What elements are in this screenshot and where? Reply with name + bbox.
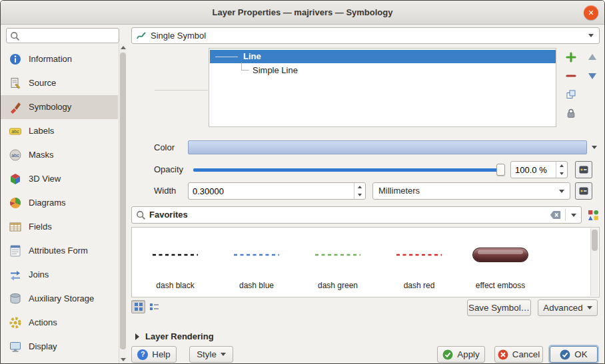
opacity-input[interactable]	[511, 162, 555, 178]
sidebar-scrollbar[interactable]	[119, 43, 127, 364]
data-defined-override-icon	[578, 186, 589, 196]
preset-dash-black[interactable]: dash black	[136, 229, 215, 295]
list-view-toggle[interactable]	[147, 300, 161, 313]
cancel-button[interactable]: Cancel	[494, 346, 543, 363]
joins-icon	[9, 268, 22, 281]
arrow-up-icon	[587, 52, 598, 63]
width-unit-combo[interactable]: Millimeters	[372, 182, 570, 200]
svg-text:abc: abc	[11, 153, 19, 158]
opacity-slider-handle[interactable]	[496, 164, 505, 176]
panel-divider	[155, 90, 208, 91]
symbol-type-combo[interactable]: Single Symbol	[131, 27, 600, 44]
cancel-icon	[498, 349, 508, 360]
add-symbol-layer-button[interactable]	[564, 50, 578, 65]
lock-icon	[566, 108, 576, 118]
sidebar-item-fields[interactable]: Fields	[1, 215, 118, 239]
spin-up-icon[interactable]	[556, 162, 567, 170]
close-icon: ✕	[588, 9, 594, 17]
preview-scrollbar[interactable]	[590, 228, 598, 296]
window-title: Layer Properties — majrivers — Symbology	[1, 1, 604, 25]
opacity-data-defined-button[interactable]	[575, 161, 592, 178]
advanced-button[interactable]: Advanced	[538, 299, 598, 316]
duplicate-symbol-layer-button[interactable]	[564, 87, 578, 102]
svg-text:abc: abc	[11, 129, 19, 134]
3d-view-icon	[9, 172, 22, 186]
dash-line-preview	[151, 252, 199, 258]
preview-scrollbar-thumb[interactable]	[592, 230, 598, 251]
sidebar-item-labels[interactable]: abc Labels	[1, 119, 118, 143]
sidebar-search-input[interactable]	[21, 29, 117, 43]
sidebar-item-joins[interactable]: Joins	[1, 263, 118, 287]
masks-icon: abc	[9, 148, 22, 162]
chevron-down-icon	[587, 306, 592, 309]
data-defined-override-icon	[578, 164, 589, 175]
apply-button[interactable]: Apply	[437, 346, 485, 363]
color-swatch[interactable]	[188, 140, 587, 154]
close-button[interactable]: ✕	[584, 5, 598, 20]
sidebar-item-3d-view[interactable]: 3D View	[1, 167, 118, 191]
sidebar-item-source[interactable]: Source	[1, 71, 118, 95]
dash-line-preview	[395, 252, 443, 258]
sidebar-item-masks[interactable]: abc Masks	[1, 143, 118, 167]
chevron-down-icon[interactable]	[571, 214, 576, 217]
ok-button[interactable]: OK	[550, 346, 598, 363]
clear-icon[interactable]	[550, 210, 561, 220]
sidebar-item-display[interactable]: Display	[1, 335, 118, 359]
collapse-arrow-icon[interactable]	[135, 333, 139, 340]
chevron-down-icon	[559, 190, 564, 193]
tree-branch	[215, 57, 238, 57]
tree-row-line[interactable]: Line	[210, 50, 556, 63]
sidebar-item-information[interactable]: Information	[1, 47, 118, 71]
color-dropdown-button[interactable]	[588, 140, 600, 154]
preset-effect-emboss[interactable]: effect emboss	[461, 229, 540, 295]
lock-color-button[interactable]	[564, 106, 578, 120]
help-icon: ?	[137, 349, 148, 360]
preset-dash-red[interactable]: dash red	[380, 229, 458, 295]
symbol-layer-tree: Line Simple Line	[209, 48, 556, 127]
save-symbol-button[interactable]: Save Symbol…	[467, 299, 531, 316]
list-view-icon	[150, 303, 159, 311]
opacity-slider-track[interactable]	[193, 168, 505, 172]
width-input[interactable]	[189, 183, 353, 199]
layer-properties-dialog: Layer Properties — majrivers — Symbology…	[0, 0, 605, 364]
move-up-button[interactable]	[585, 50, 600, 65]
sidebar-item-diagrams[interactable]: Diagrams	[1, 191, 118, 215]
help-button[interactable]: ? Help	[131, 346, 177, 363]
spin-down-icon[interactable]	[354, 191, 365, 199]
symbol-filter-bar[interactable]: Favorites	[131, 206, 582, 224]
color-label: Color	[154, 140, 175, 155]
sidebar-item-symbology[interactable]: Symbology	[1, 95, 118, 119]
width-unit-value: Millimeters	[378, 183, 420, 199]
style-manager-icon	[588, 210, 599, 221]
favorites-label: Favorites	[149, 207, 188, 223]
duplicate-icon	[566, 89, 576, 100]
title-bar: Layer Properties — majrivers — Symbology…	[1, 1, 604, 25]
layer-rendering-section[interactable]: Layer Rendering	[145, 331, 214, 341]
style-button[interactable]: Style	[189, 346, 233, 363]
opacity-spinbox	[510, 161, 568, 178]
move-down-button[interactable]	[585, 69, 600, 83]
sidebar-item-actions[interactable]: Actions	[1, 311, 118, 335]
preset-dash-green[interactable]: dash green	[299, 229, 377, 295]
sidebar-item-auxiliary-storage[interactable]: Auxiliary Storage	[1, 287, 118, 311]
sidebar-scrollbar-thumb[interactable]	[120, 53, 126, 349]
spin-down-icon[interactable]	[556, 170, 567, 178]
preset-dash-blue[interactable]: dash blue	[217, 229, 296, 295]
dash-line-preview	[233, 252, 281, 258]
sidebar-item-attributes-form[interactable]: Attributes Form	[1, 239, 118, 263]
tree-row-simple-line[interactable]: Simple Line	[210, 64, 556, 77]
scroll-down-icon[interactable]	[121, 358, 126, 361]
style-manager-button[interactable]	[585, 206, 601, 224]
spin-up-icon[interactable]	[354, 183, 365, 191]
dash-line-preview	[314, 252, 362, 258]
remove-symbol-layer-button[interactable]	[564, 69, 578, 83]
icon-view-toggle[interactable]	[131, 300, 145, 313]
attributes-form-icon	[9, 244, 22, 258]
emboss-line-preview	[472, 248, 528, 262]
ok-icon	[560, 349, 570, 360]
source-icon	[9, 77, 22, 90]
width-data-defined-button[interactable]	[575, 182, 592, 200]
opacity-slider[interactable]	[193, 162, 505, 178]
actions-icon	[9, 316, 22, 329]
scroll-up-icon[interactable]	[121, 46, 126, 49]
